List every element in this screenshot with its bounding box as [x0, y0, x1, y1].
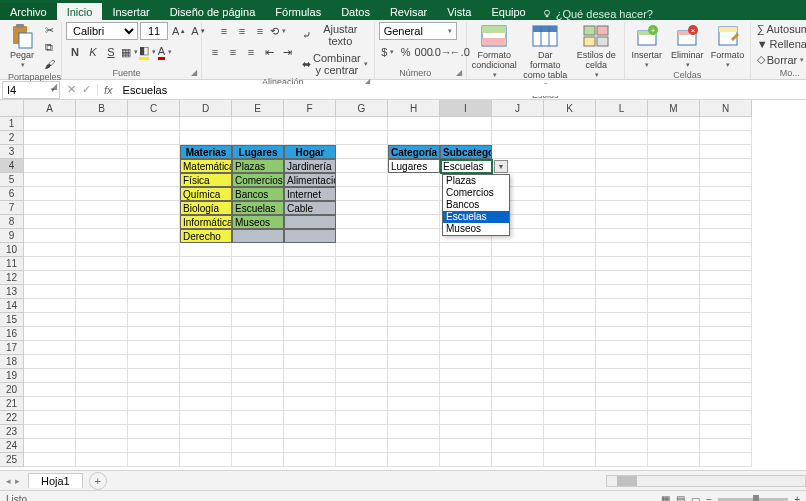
font-color-button[interactable]: A▾: [156, 43, 174, 61]
cell-D19[interactable]: [180, 369, 232, 383]
paste-button[interactable]: Pegar▾: [8, 22, 36, 70]
cell-B8[interactable]: [76, 215, 128, 229]
cell-I15[interactable]: [440, 313, 492, 327]
spreadsheet-grid[interactable]: ABCDEFGHIJKLMN 1234567891011121314151617…: [0, 100, 806, 470]
cell-A15[interactable]: [24, 313, 76, 327]
cell-I22[interactable]: [440, 411, 492, 425]
column-header-N[interactable]: N: [700, 100, 752, 117]
cell-E12[interactable]: [232, 271, 284, 285]
dropdown-item-2[interactable]: Bancos: [443, 199, 509, 211]
cell-D24[interactable]: [180, 439, 232, 453]
cell-M9[interactable]: [648, 229, 700, 243]
row-header-4[interactable]: 4: [0, 159, 24, 173]
cell-F9[interactable]: [284, 229, 336, 243]
increase-decimal-button[interactable]: .0→: [433, 43, 451, 61]
cell-F25[interactable]: [284, 453, 336, 467]
underline-button[interactable]: S: [102, 43, 120, 61]
cell-E19[interactable]: [232, 369, 284, 383]
cell-L3[interactable]: [596, 145, 648, 159]
cell-M10[interactable]: [648, 243, 700, 257]
cell-A14[interactable]: [24, 299, 76, 313]
cell-G6[interactable]: [336, 187, 388, 201]
row-header-18[interactable]: 18: [0, 355, 24, 369]
cell-C23[interactable]: [128, 425, 180, 439]
cell-K17[interactable]: [544, 341, 596, 355]
cell-E8[interactable]: Museos: [232, 215, 284, 229]
row-header-15[interactable]: 15: [0, 313, 24, 327]
cell-I12[interactable]: [440, 271, 492, 285]
cell-J16[interactable]: [492, 327, 544, 341]
cell-F6[interactable]: Internet: [284, 187, 336, 201]
cell-N12[interactable]: [700, 271, 752, 285]
row-header-16[interactable]: 16: [0, 327, 24, 341]
cell-C9[interactable]: [128, 229, 180, 243]
column-header-L[interactable]: L: [596, 100, 648, 117]
cell-E3[interactable]: Lugares: [232, 145, 284, 159]
column-header-F[interactable]: F: [284, 100, 336, 117]
tab-team[interactable]: Equipo: [481, 3, 535, 20]
cell-J21[interactable]: [492, 397, 544, 411]
cell-E22[interactable]: [232, 411, 284, 425]
row-header-25[interactable]: 25: [0, 453, 24, 467]
cell-M2[interactable]: [648, 131, 700, 145]
cell-A4[interactable]: [24, 159, 76, 173]
cell-L18[interactable]: [596, 355, 648, 369]
cell-K11[interactable]: [544, 257, 596, 271]
cell-G14[interactable]: [336, 299, 388, 313]
cell-H25[interactable]: [388, 453, 440, 467]
row-header-1[interactable]: 1: [0, 117, 24, 131]
cell-C17[interactable]: [128, 341, 180, 355]
cell-B24[interactable]: [76, 439, 128, 453]
cell-K23[interactable]: [544, 425, 596, 439]
cell-G12[interactable]: [336, 271, 388, 285]
cell-C15[interactable]: [128, 313, 180, 327]
orientation-button[interactable]: ⟲▾: [269, 22, 287, 40]
number-format-select[interactable]: General▾: [379, 22, 457, 40]
cell-B7[interactable]: [76, 201, 128, 215]
row-header-13[interactable]: 13: [0, 285, 24, 299]
tell-me-search[interactable]: ¿Qué desea hacer?: [542, 8, 653, 20]
column-header-H[interactable]: H: [388, 100, 440, 117]
format-cells-button[interactable]: Formato▾: [709, 22, 745, 70]
cell-N20[interactable]: [700, 383, 752, 397]
font-name-select[interactable]: Calibri: [66, 22, 138, 40]
cell-I18[interactable]: [440, 355, 492, 369]
cell-L24[interactable]: [596, 439, 648, 453]
cell-F17[interactable]: [284, 341, 336, 355]
cell-C14[interactable]: [128, 299, 180, 313]
cell-L9[interactable]: [596, 229, 648, 243]
cell-I19[interactable]: [440, 369, 492, 383]
cell-N8[interactable]: [700, 215, 752, 229]
cell-L2[interactable]: [596, 131, 648, 145]
dialog-launcher-icon[interactable]: ◢: [191, 68, 197, 77]
cell-E21[interactable]: [232, 397, 284, 411]
cell-C22[interactable]: [128, 411, 180, 425]
cell-D25[interactable]: [180, 453, 232, 467]
cell-L13[interactable]: [596, 285, 648, 299]
fx-icon[interactable]: fx: [97, 84, 119, 96]
cell-J2[interactable]: [492, 131, 544, 145]
cell-J3[interactable]: [492, 145, 544, 159]
cell-C12[interactable]: [128, 271, 180, 285]
cell-M16[interactable]: [648, 327, 700, 341]
cell-L16[interactable]: [596, 327, 648, 341]
cell-D21[interactable]: [180, 397, 232, 411]
cell-G22[interactable]: [336, 411, 388, 425]
cell-E9[interactable]: [232, 229, 284, 243]
cell-K13[interactable]: [544, 285, 596, 299]
cell-A5[interactable]: [24, 173, 76, 187]
cell-M5[interactable]: [648, 173, 700, 187]
cell-D6[interactable]: Química: [180, 187, 232, 201]
cell-K15[interactable]: [544, 313, 596, 327]
name-box[interactable]: I4▾: [2, 81, 60, 99]
cell-C5[interactable]: [128, 173, 180, 187]
cell-M6[interactable]: [648, 187, 700, 201]
row-header-24[interactable]: 24: [0, 439, 24, 453]
cell-K24[interactable]: [544, 439, 596, 453]
cell-L14[interactable]: [596, 299, 648, 313]
cell-M14[interactable]: [648, 299, 700, 313]
cell-D12[interactable]: [180, 271, 232, 285]
row-headers[interactable]: 1234567891011121314151617181920212223242…: [0, 117, 24, 470]
cell-A17[interactable]: [24, 341, 76, 355]
cell-J22[interactable]: [492, 411, 544, 425]
